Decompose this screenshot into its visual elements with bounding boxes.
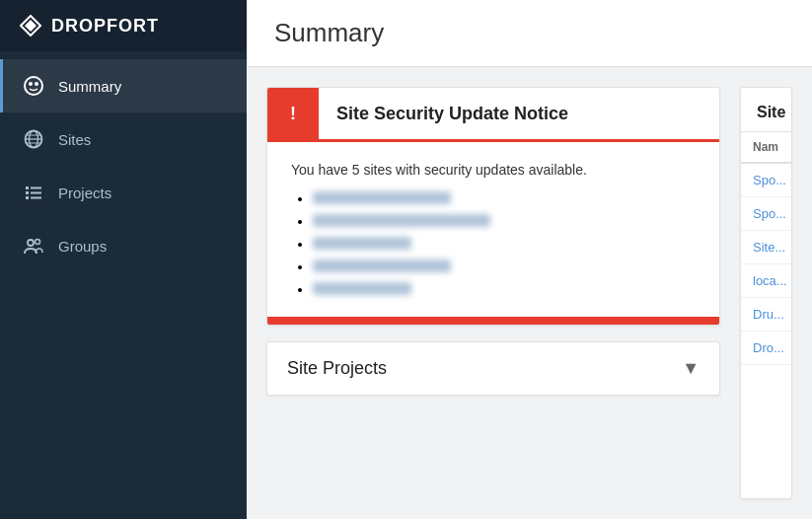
projects-card-title: Site Projects (287, 358, 387, 379)
table-row[interactable]: Site... (741, 231, 791, 264)
site-name-4[interactable]: loca... (741, 264, 791, 298)
svg-point-16 (28, 240, 34, 246)
left-column: ! Site Security Update Notice You have 5… (266, 87, 720, 499)
site-name-6[interactable]: Dro... (741, 332, 791, 365)
svg-rect-10 (26, 186, 29, 189)
sidebar-item-groups[interactable]: Groups (0, 219, 247, 272)
sites-table: Nam Spo... Spo... Site... (741, 132, 791, 498)
main-header: Summary (247, 0, 812, 67)
blurred-site-4 (313, 260, 451, 272)
sidebar-item-summary-label: Summary (58, 78, 121, 95)
security-card-header: ! Site Security Update Notice (267, 88, 719, 142)
svg-text:!: ! (290, 104, 296, 123)
sidebar-nav: Summary Sites (0, 51, 247, 272)
table-row[interactable]: loca... (741, 264, 791, 298)
list-item (313, 237, 696, 252)
site-name-3[interactable]: Site... (741, 231, 791, 264)
sidebar-item-sites-label: Sites (58, 131, 91, 148)
page-title: Summary (274, 18, 784, 48)
people-icon (23, 235, 44, 257)
sidebar-item-projects-label: Projects (58, 185, 111, 201)
svg-rect-14 (26, 196, 29, 199)
table-row[interactable]: Dru... (741, 298, 791, 332)
table-row[interactable]: Spo... (741, 197, 791, 231)
palette-icon (23, 75, 44, 97)
blurred-site-1 (313, 191, 451, 204)
list-item (313, 214, 696, 229)
sidebar-item-groups-label: Groups (58, 238, 107, 255)
sidebar-item-projects[interactable]: Projects (0, 166, 247, 219)
security-card-title: Site Security Update Notice (319, 90, 586, 138)
site-name-5[interactable]: Dru... (741, 298, 791, 332)
sites-panel: Site Nam Spo... Spo... (740, 87, 792, 499)
table-row[interactable]: Dro... (741, 332, 791, 365)
chevron-down-icon: ▼ (682, 358, 700, 379)
logo-icon (20, 15, 41, 37)
security-alert-icon-block: ! (267, 88, 319, 139)
projects-card-header[interactable]: Site Projects ▼ (267, 342, 719, 395)
security-card: ! Site Security Update Notice You have 5… (266, 87, 720, 326)
blurred-site-3 (313, 237, 411, 250)
projects-card: Site Projects ▼ (266, 341, 720, 396)
sites-panel-header: Site (741, 88, 791, 132)
list-item (313, 191, 696, 206)
svg-rect-12 (26, 191, 29, 194)
brand-name: DROPFORT (51, 16, 159, 37)
security-card-footer (267, 317, 719, 325)
list-icon (23, 182, 44, 203)
main-content: Summary ! Site Security Update Notice Yo… (247, 0, 812, 519)
security-card-body: You have 5 sites with security updates a… (267, 142, 719, 317)
table-row[interactable]: Spo... (741, 163, 791, 197)
svg-point-17 (36, 240, 40, 245)
list-item (313, 282, 696, 297)
svg-point-2 (25, 77, 42, 95)
site-name-1[interactable]: Spo... (741, 163, 791, 197)
list-item (313, 260, 696, 274)
svg-marker-1 (25, 20, 37, 32)
globe-icon (23, 128, 44, 150)
blurred-site-2 (313, 214, 490, 227)
site-name-2[interactable]: Spo... (741, 197, 791, 231)
col-header-name: Nam (741, 132, 791, 163)
sidebar: DROPFORT Summary (0, 0, 247, 519)
svg-point-3 (29, 82, 33, 86)
blurred-site-5 (313, 282, 411, 295)
svg-point-4 (35, 82, 38, 86)
sidebar-item-summary[interactable]: Summary (0, 59, 247, 112)
sidebar-header: DROPFORT (0, 0, 247, 51)
security-card-description: You have 5 sites with security updates a… (291, 162, 696, 178)
main-body: ! Site Security Update Notice You have 5… (247, 67, 812, 519)
security-sites-list (291, 191, 696, 297)
exclamation-icon: ! (280, 101, 306, 126)
sidebar-item-sites[interactable]: Sites (0, 112, 247, 166)
